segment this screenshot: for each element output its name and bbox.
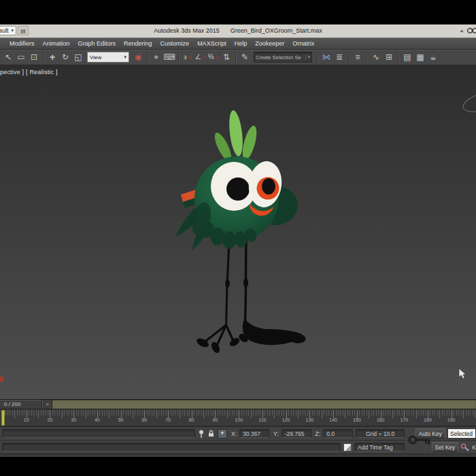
ruler-tick-label: 170 [400, 418, 408, 422]
mirror-button[interactable]: ⋈ [320, 51, 333, 63]
toolbar-separator [178, 52, 179, 63]
select-and-rotate-button[interactable]: ↻ [59, 51, 71, 63]
menu-item-rendering[interactable]: Rendering [120, 40, 156, 47]
workspace-selector[interactable]: ault ▾ ▤ [0, 26, 29, 35]
set-key-label: Set Key [435, 444, 456, 451]
named-selection-sets-dropdown[interactable]: Create Selection Se ▾ [254, 52, 312, 63]
schematic-icon: ⊞ [386, 53, 392, 61]
transform-type-in-button[interactable]: + [218, 429, 227, 439]
ruler-tick-label: 120 [282, 418, 290, 422]
ruler-tick-label: 80 [189, 418, 194, 422]
snaps-toggle-button[interactable]: 3∩ [182, 51, 194, 63]
bird-legs [196, 239, 306, 354]
schematic-view-button[interactable]: ⊞ [383, 51, 395, 63]
menu-item-modifiers[interactable]: Modifiers [5, 40, 39, 47]
title-bar: ault ▾ ▤ Autodesk 3ds Max 2015 Green_Bir… [0, 24, 476, 38]
ruler-tick [73, 410, 74, 418]
bottom-edge-strip [0, 454, 476, 457]
ruler-tick-label: 110 [258, 418, 266, 422]
toolbar-separator [367, 52, 367, 63]
ruler-tick [309, 410, 310, 418]
window-crossing-toggle-button[interactable]: ⊡ [28, 51, 40, 63]
selection-lock-button[interactable] [207, 429, 215, 438]
menu-item-maxscript[interactable]: MAXScript [193, 40, 231, 47]
select-and-move-button[interactable]: + [46, 51, 58, 63]
isolate-selection-button[interactable] [198, 429, 205, 439]
layer-manager-button[interactable]: ≡ [352, 51, 364, 63]
layers-icon: ≡ [355, 53, 360, 61]
percent-snap-toggle-button[interactable]: %∩ [207, 51, 220, 63]
z-coordinate-field[interactable]: 0.0 [323, 429, 353, 438]
select-and-scale-button[interactable]: ◱ [72, 51, 84, 63]
workspace-dropdown[interactable]: ault ▾ [0, 26, 16, 35]
view-gizmo-arc [454, 80, 476, 124]
y-coordinate-field[interactable]: -29.765 [282, 429, 311, 438]
curve-editor-button[interactable]: ∿ [370, 51, 382, 63]
keyboard-shortcut-override-button[interactable]: ⌨ [163, 51, 175, 63]
toolbar-separator [147, 52, 148, 63]
select-object-button[interactable]: ↖ [2, 51, 14, 63]
time-tag-icon [343, 443, 352, 452]
z-value: 0.0 [326, 430, 335, 437]
key-set-dropdown[interactable]: Selected [447, 428, 476, 439]
reference-coordinate-dropdown[interactable]: View ▾ [87, 52, 129, 63]
manipulate-icon: ⌖ [154, 53, 159, 61]
ruler-tick-label: 160 [377, 418, 385, 422]
edit-named-selection-sets-button[interactable]: ✎ [239, 51, 251, 63]
ruler-tick-label: 70 [165, 418, 171, 422]
menu-item-customize[interactable]: Customize [156, 40, 194, 47]
key-filters-icon[interactable] [460, 443, 470, 452]
key-filters-label-cut[interactable]: K [472, 444, 476, 451]
ruler-tick-label: 30 [71, 418, 76, 422]
set-keys-key-icon[interactable] [408, 435, 431, 445]
render-production-button[interactable]: ☕ [427, 51, 439, 63]
ruler-tick-label: 100 [235, 418, 243, 422]
percent-icon: % [208, 54, 214, 61]
time-slider-track[interactable] [52, 400, 476, 409]
rendered-frame-window-button[interactable]: ▦ [414, 51, 426, 63]
track-bar-ruler[interactable]: 1020304050607080901001101201301401501601… [0, 409, 476, 426]
green-bird-model[interactable] [163, 95, 326, 360]
time-slider-handle[interactable]: 0 / 200 [0, 400, 42, 409]
ruler-tick-label: 10 [24, 418, 29, 422]
curve-icon: ∿ [373, 53, 379, 61]
ruler-tick-label: 20 [48, 418, 53, 422]
render-setup-button[interactable]: ▤ [401, 51, 413, 63]
y-value: -29.765 [285, 430, 305, 437]
current-frame-marker[interactable] [1, 410, 5, 426]
reference-coordinate-value: View [90, 54, 101, 61]
grid-value: Grid = 10.0 [366, 430, 394, 437]
align-button[interactable]: ≣ [333, 51, 345, 63]
workspace-menu-button[interactable]: ▤ [18, 26, 29, 35]
next-frame-button[interactable]: > [42, 400, 52, 409]
add-time-tag-field[interactable]: Add Time Tag [354, 443, 405, 452]
ruler-tick [192, 410, 192, 418]
infocenter-collapse-icon[interactable]: ◄ [459, 29, 464, 33]
set-key-button[interactable]: Set Key [432, 442, 459, 452]
menu-item-help[interactable]: Help [231, 40, 252, 47]
ruler-tick [452, 410, 452, 418]
ruler-tick [333, 410, 334, 418]
workspace-label: ault [0, 27, 9, 34]
spinner-snap-toggle-button[interactable]: ⇅ [220, 51, 233, 63]
menu-item-animation[interactable]: Animation [39, 40, 74, 47]
rectangular-selection-region-button[interactable]: ▭ [15, 51, 27, 63]
perspective-viewport[interactable]: pective ] [ Realistic ] [0, 65, 476, 399]
x-value: 30.367 [243, 430, 260, 437]
angle-snap-toggle-button[interactable]: ∠∩ [194, 51, 207, 63]
menu-item-zookeeper[interactable]: Zookeeper [251, 40, 288, 47]
menu-item-ornatrix[interactable]: Ornatrix [288, 40, 318, 47]
menu-item-graph-editors[interactable]: Graph Editors [74, 40, 120, 47]
world-axis-marker [0, 377, 3, 381]
toolbar-separator [43, 52, 44, 63]
select-and-manipulate-button[interactable]: ⌖ [150, 51, 163, 63]
x-coordinate-field[interactable]: 30.367 [239, 429, 269, 438]
ruler-tick [381, 410, 381, 418]
ruler-tick-label: 180 [424, 418, 432, 422]
viewport-label[interactable]: pective ] [ Realistic ] [0, 69, 58, 75]
angle-icon: ∠ [195, 54, 201, 61]
infocenter: ◄ [459, 27, 476, 35]
sign-in-icon[interactable] [466, 27, 476, 35]
mirror-icon: ⋈ [322, 53, 330, 61]
use-pivot-point-button[interactable]: ◉ [132, 51, 144, 63]
